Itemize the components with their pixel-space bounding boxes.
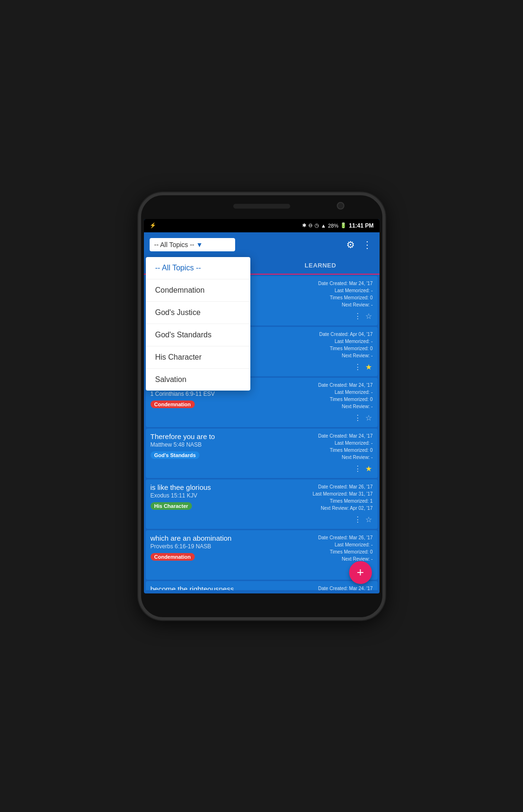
phone-frame: ⚡ ✱ ⊖ ◷ ▲ 28% 🔋 11:41 PM -- All Topics -…: [138, 192, 385, 620]
app-header: -- All Topics -- ▼ ⚙ ⋮: [144, 232, 380, 257]
card-ref-5: Exodus 15:11 KJV: [151, 492, 304, 499]
bluetooth-icon: ✱: [302, 222, 306, 229]
card-right-4: Date Created: Mar 24, '17 Last Memorized…: [306, 432, 373, 474]
card-meta-4: Date Created: Mar 24, '17 Last Memorized…: [318, 432, 373, 461]
card-meta-7: Date Created: Mar 24, '17 Last Memorized…: [313, 585, 372, 590]
card-ref-4: Matthew 5:48 NASB: [151, 441, 304, 448]
battery-icon: 🔋: [340, 222, 347, 229]
card-actions-5: ⋮ ☆: [353, 514, 373, 525]
blocked-icon: ⊖: [308, 222, 313, 229]
card-meta-3: Date Created: Mar 24, '17 Last Memorized…: [318, 382, 373, 410]
tab-learned[interactable]: LEARNED: [262, 257, 380, 274]
status-left: ⚡: [150, 222, 156, 229]
battery-percent: 28%: [328, 223, 338, 229]
card-title-7: become the righteousness: [151, 585, 304, 590]
topic-badge-4: God's Standards: [151, 451, 200, 459]
add-verse-fab[interactable]: +: [349, 561, 372, 584]
more-options-icon[interactable]: ⋮: [361, 237, 374, 252]
verse-card-5[interactable]: is like thee glorious Exodus 15:11 KJV H…: [146, 479, 378, 529]
card-right-7: Date Created: Mar 24, '17 Last Memorized…: [306, 585, 373, 590]
card-actions-1: ⋮ ☆: [353, 311, 373, 322]
more-icon-2[interactable]: ⋮: [353, 362, 362, 373]
alarm-icon: ◷: [314, 222, 319, 229]
settings-icon[interactable]: ⚙: [344, 237, 357, 252]
card-ref-3: 1 Corinthians 6:9-11 ESV: [151, 391, 304, 397]
star-icon-2[interactable]: ★: [364, 362, 373, 373]
card-meta-6: Date Created: Mar 26, '17 Last Memorized…: [318, 534, 373, 563]
phone-camera: [337, 202, 344, 210]
more-icon-5[interactable]: ⋮: [353, 514, 362, 525]
topic-badge-3: Condemnation: [151, 401, 195, 408]
dropdown-item-condemnation[interactable]: Condemnation: [146, 279, 250, 302]
dropdown-item-all-topics[interactable]: -- All Topics --: [146, 257, 250, 279]
card-left-6: which are an abomination Proverbs 6:16-1…: [151, 534, 304, 561]
lightning-icon: ⚡: [150, 222, 156, 229]
star-icon-1[interactable]: ☆: [364, 311, 373, 322]
topic-badge-6: Condemnation: [151, 553, 195, 561]
dropdown-item-gods-standards[interactable]: God's Standards: [146, 324, 250, 346]
dropdown-arrow-icon: ▼: [196, 241, 203, 248]
dropdown-item-his-character[interactable]: His Character: [146, 346, 250, 369]
card-actions-3: ⋮ ☆: [353, 412, 373, 423]
topic-dropdown-menu: -- All Topics -- Condemnation God's Just…: [146, 257, 250, 391]
dropdown-item-salvation[interactable]: Salvation: [146, 369, 250, 391]
card-title-6: which are an abomination: [151, 534, 304, 542]
card-actions-4: ⋮ ★: [353, 463, 373, 474]
wifi-icon: ▲: [321, 223, 326, 229]
status-bar: ⚡ ✱ ⊖ ◷ ▲ 28% 🔋 11:41 PM: [144, 219, 380, 232]
card-left-7: become the righteousness 2 Corinthians 5…: [151, 585, 304, 590]
card-actions-2: ⋮ ★: [353, 362, 373, 373]
card-title-4: Therefore you are to: [151, 432, 304, 440]
card-ref-6: Proverbs 6:16-19 NASB: [151, 543, 304, 550]
verse-card-4[interactable]: Therefore you are to Matthew 5:48 NASB G…: [146, 429, 378, 478]
topic-dropdown[interactable]: -- All Topics -- ▼: [150, 238, 235, 251]
more-icon-3[interactable]: ⋮: [353, 412, 362, 423]
status-right: ✱ ⊖ ◷ ▲ 28% 🔋 11:41 PM: [302, 222, 374, 229]
more-icon-1[interactable]: ⋮: [353, 311, 362, 322]
card-meta-1: Date Created: Mar 24, '17 Last Memorized…: [318, 280, 373, 308]
card-right-2: Date Created: Apr 04, '17 Last Memorized…: [306, 331, 373, 373]
card-meta-2: Date Created: Apr 04, '17 Last Memorized…: [319, 331, 373, 359]
card-title-5: is like thee glorious: [151, 483, 304, 491]
card-right-5: Date Created: Mar 26, '17 Last Memorized…: [306, 483, 373, 525]
phone-speaker: [233, 204, 290, 209]
status-time: 11:41 PM: [349, 222, 373, 229]
card-right-3: Date Created: Mar 24, '17 Last Memorized…: [306, 382, 373, 423]
star-icon-5[interactable]: ☆: [364, 514, 373, 525]
phone-screen: ⚡ ✱ ⊖ ◷ ▲ 28% 🔋 11:41 PM -- All Topics -…: [144, 219, 380, 593]
more-icon-4[interactable]: ⋮: [353, 463, 362, 474]
topic-dropdown-label: -- All Topics --: [154, 241, 195, 248]
card-meta-5: Date Created: Mar 26, '17 Last Memorized…: [313, 483, 372, 512]
card-left-5: is like thee glorious Exodus 15:11 KJV H…: [151, 483, 304, 510]
verse-card-7[interactable]: become the righteousness 2 Corinthians 5…: [146, 581, 378, 590]
card-left-4: Therefore you are to Matthew 5:48 NASB G…: [151, 432, 304, 459]
dropdown-item-gods-justice[interactable]: God's Justice: [146, 302, 250, 324]
star-icon-4[interactable]: ★: [364, 463, 373, 474]
verse-card-6[interactable]: which are an abomination Proverbs 6:16-1…: [146, 530, 378, 580]
topic-badge-5: His Character: [151, 502, 192, 510]
card-right-1: Date Created: Mar 24, '17 Last Memorized…: [306, 280, 373, 322]
star-icon-3[interactable]: ☆: [364, 412, 373, 423]
